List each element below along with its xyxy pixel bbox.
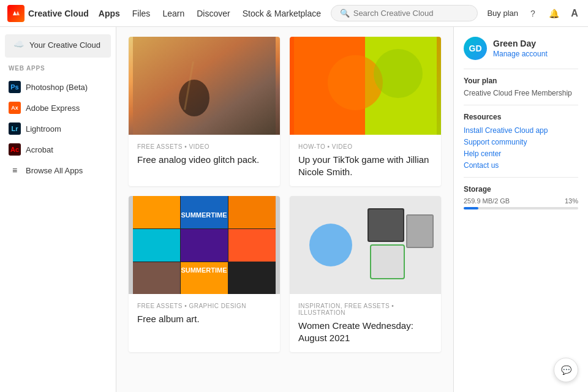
notifications-icon[interactable]: 🔔 — [548, 7, 560, 20]
plan-value: Creative Cloud Free Membership — [464, 89, 578, 97]
svg-rect-8 — [133, 196, 180, 228]
adobe-icon[interactable]: A — [568, 7, 581, 20]
sidebar-user[interactable]: ☁️ Your Creative Cloud — [5, 34, 111, 58]
chat-button[interactable]: 💬 — [554, 358, 578, 382]
nav-logo-text: Creative Cloud — [28, 9, 89, 18]
sidebar-item-express[interactable]: Ax Adobe Express — [0, 97, 116, 118]
svg-point-6 — [374, 49, 423, 98]
search-icon: 🔍 — [340, 9, 350, 18]
card-2[interactable]: SUMMERTIME SUMMERTIME FREE ASSETS • GRAP… — [129, 196, 280, 352]
sidebar-browse-apps[interactable]: ≡ Browse All Apps — [0, 160, 116, 181]
nav-links: Apps Files Learn Discover Stock & Market… — [99, 9, 321, 18]
sidebar-item-lightroom[interactable]: Lr Lightroom — [0, 118, 116, 139]
card-1-meta: HOW-TO • VIDEO — [298, 143, 432, 150]
acrobat-icon: Ac — [9, 143, 21, 156]
card-3-title: Women Create Wednesday: August 2021 — [298, 320, 432, 344]
profile-name: Green Day — [493, 39, 548, 48]
card-1[interactable]: HOW-TO • VIDEO Up your TikTok game with … — [290, 37, 441, 186]
lightroom-label: Lightroom — [26, 124, 61, 134]
profile-row: GD Green Day Manage account — [464, 37, 578, 60]
card-0[interactable]: FREE ASSETS • VIDEO Free analog video gl… — [129, 37, 280, 186]
divider-1 — [464, 69, 578, 69]
nav-link-files[interactable]: Files — [132, 9, 151, 18]
top-nav: Creative Cloud Apps Files Learn Discover… — [0, 0, 588, 27]
card-0-meta: FREE ASSETS • VIDEO — [137, 143, 271, 150]
browse-apps-icon: ≡ — [9, 164, 21, 176]
main-layout: ☁️ Your Creative Cloud WEB APPS Ps Photo… — [0, 27, 588, 392]
card-2-body: FREE ASSETS • GRAPHIC DESIGN Free album … — [129, 294, 280, 334]
nav-logo[interactable]: Creative Cloud — [7, 5, 89, 22]
main-content: FREE ASSETS • VIDEO Free analog video gl… — [116, 27, 453, 392]
card-1-body: HOW-TO • VIDEO Up your TikTok game with … — [290, 135, 441, 186]
nav-link-learn[interactable]: Learn — [162, 9, 184, 18]
card-2-title: Free album art. — [137, 313, 271, 325]
card-0-title: Free analog video glitch pack. — [137, 154, 271, 166]
resources-label: Resources — [464, 113, 578, 121]
express-icon: Ax — [9, 102, 21, 114]
card-1-title: Up your TikTok game with Jillian Nicole … — [298, 154, 432, 178]
card-1-image — [290, 37, 441, 135]
card-2-image: SUMMERTIME SUMMERTIME — [129, 196, 280, 294]
photoshop-icon: Ps — [9, 81, 21, 93]
svg-rect-14 — [133, 262, 180, 294]
card-3-body: INSPIRATION, FREE ASSETS • ILLUSTRATION … — [290, 294, 441, 352]
card-0-body: FREE ASSETS • VIDEO Free analog video gl… — [129, 135, 280, 175]
contact-us-link[interactable]: Contact us — [464, 161, 578, 170]
divider-2 — [464, 105, 578, 105]
lightroom-icon: Lr — [9, 123, 21, 135]
avatar: GD — [464, 37, 487, 60]
svg-point-5 — [328, 55, 383, 110]
user-cloud-icon: ☁️ — [13, 39, 24, 50]
card-3[interactable]: INSPIRATION, FREE ASSETS • ILLUSTRATION … — [290, 196, 441, 352]
storage-info: 259.9 MB/2 GB 13% — [464, 197, 578, 205]
storage-label: Storage — [464, 185, 578, 194]
svg-rect-22 — [369, 209, 403, 241]
nav-link-apps[interactable]: Apps — [99, 9, 120, 18]
cards-grid: FREE ASSETS • VIDEO Free analog video gl… — [129, 37, 441, 352]
acrobat-label: Acrobat — [26, 145, 53, 154]
card-3-meta: INSPIRATION, FREE ASSETS • ILLUSTRATION — [298, 303, 432, 316]
search-box[interactable]: 🔍 — [331, 5, 478, 21]
nav-link-stock[interactable]: Stock & Marketplace — [243, 9, 321, 18]
divider-3 — [464, 177, 578, 178]
svg-point-1 — [179, 80, 209, 116]
svg-rect-25 — [407, 216, 432, 247]
svg-text:SUMMERTIME: SUMMERTIME — [181, 211, 227, 219]
right-panel: GD Green Day Manage account Your plan Cr… — [453, 27, 588, 392]
profile-info: Green Day Manage account — [493, 39, 548, 58]
sidebar-user-label: Your Creative Cloud — [29, 40, 100, 50]
nav-right: Buy plan ? 🔔 A — [487, 7, 581, 20]
help-center-link[interactable]: Help center — [464, 149, 578, 158]
sidebar-item-acrobat[interactable]: Ac Acrobat — [0, 139, 116, 160]
sidebar-section-label: WEB APPS — [0, 65, 116, 77]
svg-rect-10 — [228, 196, 276, 228]
photoshop-label: Photoshop (Beta) — [26, 83, 88, 92]
nav-search: 🔍 — [321, 5, 487, 21]
svg-rect-16 — [228, 262, 276, 294]
svg-text:SUMMERTIME: SUMMERTIME — [181, 266, 227, 274]
svg-rect-11 — [133, 229, 180, 262]
express-label: Adobe Express — [26, 104, 80, 113]
buy-plan-link[interactable]: Buy plan — [487, 9, 518, 18]
storage-bar-bg — [464, 207, 578, 209]
install-cc-link[interactable]: Install Creative Cloud app — [464, 126, 578, 135]
browse-apps-label: Browse All Apps — [26, 166, 83, 175]
storage-used: 259.9 MB/2 GB — [464, 197, 510, 205]
help-icon[interactable]: ? — [527, 7, 539, 20]
svg-rect-12 — [181, 229, 228, 262]
svg-rect-23 — [371, 245, 404, 279]
nav-link-discover[interactable]: Discover — [197, 9, 230, 18]
search-input[interactable] — [353, 9, 464, 18]
chat-icon: 💬 — [561, 365, 571, 375]
card-0-image — [129, 37, 280, 135]
plan-label: Your plan — [464, 77, 578, 85]
storage-percent: 13% — [565, 197, 578, 205]
storage-bar-fill — [464, 207, 478, 209]
creative-cloud-logo-icon — [7, 5, 24, 22]
sidebar: ☁️ Your Creative Cloud WEB APPS Ps Photo… — [0, 27, 116, 392]
support-community-link[interactable]: Support community — [464, 138, 578, 146]
svg-point-20 — [309, 224, 352, 266]
sidebar-item-photoshop[interactable]: Ps Photoshop (Beta) — [0, 77, 116, 97]
manage-account-link[interactable]: Manage account — [493, 50, 548, 58]
svg-rect-13 — [228, 229, 276, 262]
